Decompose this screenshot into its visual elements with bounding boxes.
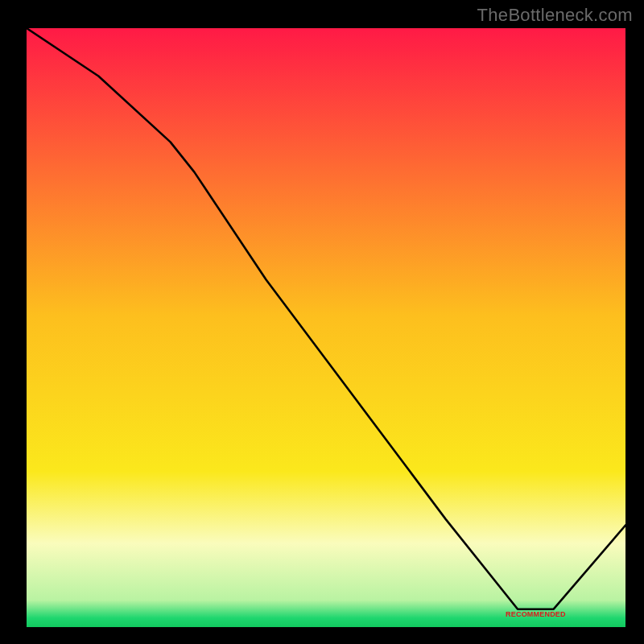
recommended-label: RECOMMENDED (506, 610, 566, 618)
gradient-bg (27, 28, 625, 627)
plot-frame: RECOMMENDED (23, 24, 621, 623)
chart-container: TheBottleneck.com RECOMMENDED (0, 0, 644, 644)
watermark-text: TheBottleneck.com (477, 5, 633, 26)
plot-svg (27, 28, 625, 627)
